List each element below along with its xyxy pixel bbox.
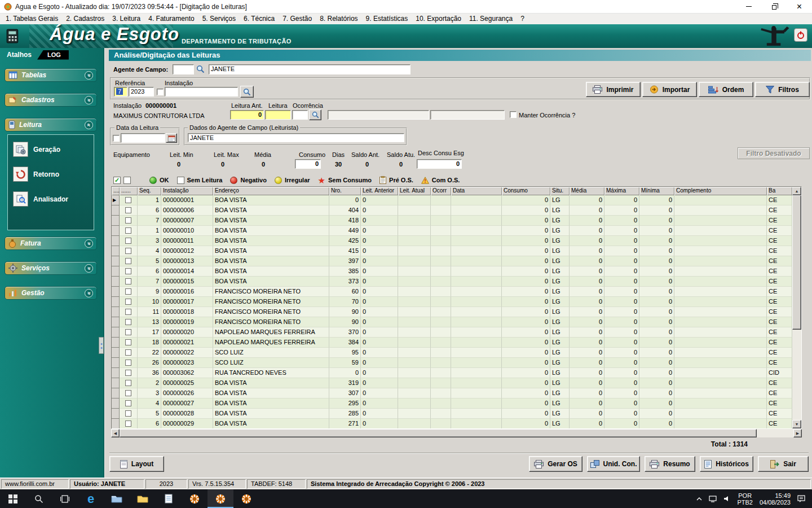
instalacao-search-button[interactable]	[240, 86, 254, 98]
table-row[interactable]: 6000000029BOA VISTA27100LG000CE	[112, 419, 792, 429]
table-row[interactable]: 13000000019FRANCISCO MOREIRA NETO9000LG0…	[112, 317, 792, 327]
sidebar-group-gestao[interactable]: Gestão «	[5, 286, 97, 300]
desc-consu-input[interactable]: 0	[417, 159, 462, 169]
log-tab[interactable]: LOG	[37, 50, 69, 60]
hscrollbar-track[interactable]	[120, 429, 793, 437]
taskbar-search-icon[interactable]	[26, 489, 52, 508]
row-checkbox[interactable]	[125, 238, 131, 244]
table-row[interactable]: 26000000023SCO LUIZ5900LG000CE	[112, 358, 792, 368]
column-header[interactable]: Endereço	[213, 187, 329, 195]
taskbar-app-explorer[interactable]	[104, 489, 130, 508]
sidebar-item-retorno[interactable]: Retorno	[13, 167, 89, 182]
row-checkbox[interactable]	[125, 268, 131, 274]
scroll-up-button[interactable]: ▲	[792, 187, 801, 195]
filtros-button[interactable]: Filtros	[755, 82, 810, 97]
tray-monitor-icon[interactable]	[709, 496, 717, 502]
gerar-os-button[interactable]: Gerar OS	[529, 456, 582, 472]
row-checkbox[interactable]	[125, 349, 131, 356]
deselect-all-icon[interactable]	[123, 177, 131, 184]
menu-item-tabelas-gerais[interactable]: 1. Tabelas Gerais	[2, 14, 63, 24]
menu-item-gestao[interactable]: 7. Gestão	[279, 14, 316, 24]
referencia-ano-input[interactable]: 2023	[129, 87, 154, 97]
filtro-desativado-button[interactable]: Filtro Desativado	[738, 147, 810, 159]
unid-con-button[interactable]: Unid. Con.	[587, 456, 640, 472]
row-checkbox[interactable]	[125, 258, 131, 264]
column-header[interactable]: Mínima	[639, 187, 674, 195]
data-leitura-checkbox[interactable]	[113, 135, 120, 142]
column-header[interactable]: Leit. Anterior	[361, 187, 398, 195]
ordem-button[interactable]: Ordem	[699, 82, 753, 97]
row-checkbox[interactable]	[125, 197, 131, 203]
restore-button[interactable]	[761, 0, 787, 14]
agente-codigo-input[interactable]	[173, 64, 194, 75]
row-checkbox[interactable]	[125, 309, 131, 315]
menu-item-exportacao[interactable]: 10. Exportação	[412, 14, 466, 24]
column-header[interactable]: Complemento	[674, 187, 767, 195]
menu-item-servicos[interactable]: 5. Serviços	[199, 14, 240, 24]
row-checkbox[interactable]	[125, 400, 131, 406]
taskbar-app-fiorilli-2[interactable]	[208, 489, 233, 508]
row-checkbox[interactable]	[125, 278, 131, 284]
table-row[interactable]: 6000000014BOA VISTA38500LG000CE	[112, 266, 792, 277]
power-button[interactable]	[794, 28, 807, 42]
column-header[interactable]: Data	[451, 187, 502, 195]
taskbar-app-fiorilli-1[interactable]	[182, 489, 208, 508]
table-row[interactable]: 36000003062RUA TANCREDO NEVES000LG000CID	[112, 368, 792, 378]
table-row[interactable]: 4000000027BOA VISTA29500LG000CE	[112, 398, 792, 409]
table-row[interactable]: 7000000015BOA VISTA37300LG000CE	[112, 277, 792, 287]
row-checkbox[interactable]	[125, 319, 131, 325]
row-checkbox[interactable]	[125, 217, 131, 224]
start-button[interactable]	[0, 489, 26, 508]
historicos-button[interactable]: Históricos	[700, 456, 753, 472]
scroll-left-button[interactable]: ◀	[111, 429, 120, 437]
row-checkbox[interactable]	[125, 288, 131, 295]
horizontal-scrollbar[interactable]: ◀ ▶	[111, 429, 802, 437]
scroll-right-button[interactable]: ▶	[793, 429, 802, 437]
instalacao-input[interactable]	[165, 87, 238, 97]
column-header[interactable]: Nro.	[329, 187, 361, 195]
menu-item-relatorios[interactable]: 8. Relatórios	[316, 14, 362, 24]
sidebar-group-cadastros[interactable]: Cadastros «	[5, 93, 97, 107]
select-all-icon[interactable]: ✓	[113, 177, 121, 184]
sidebar-group-fatura[interactable]: Fatura «	[5, 237, 97, 250]
tray-chevron-icon[interactable]	[696, 497, 702, 501]
vertical-scrollbar[interactable]: ▲ ▼	[792, 187, 801, 428]
tray-volume-icon[interactable]	[723, 496, 730, 502]
column-header[interactable]: Instalação	[161, 187, 213, 195]
search-icon[interactable]	[196, 65, 205, 73]
table-row[interactable]: ▶1000000001BOA VISTA000LG000CE	[112, 195, 792, 205]
sidebar-group-leitura[interactable]: Leitura «	[5, 118, 97, 132]
menu-item-faturamento[interactable]: 4. Faturamento	[145, 14, 198, 24]
row-checkbox[interactable]	[125, 410, 131, 417]
sidebar-item-geracao[interactable]: Geração	[13, 142, 89, 157]
ocorrencia-codigo-input[interactable]	[292, 110, 308, 120]
layout-button[interactable]: Layout	[109, 456, 164, 472]
row-checkbox[interactable]	[125, 421, 131, 427]
column-header[interactable]: Ba	[767, 187, 792, 195]
table-row[interactable]: 3000000026BOA VISTA30700LG000CE	[112, 388, 792, 398]
row-checkbox[interactable]	[125, 329, 131, 335]
leiturista-input[interactable]: JANETE	[188, 133, 404, 142]
ocorrencia-search-button[interactable]	[309, 110, 321, 120]
sidebar-item-analisador[interactable]: Analisador	[13, 191, 89, 207]
row-checkbox[interactable]	[125, 380, 131, 386]
menu-item-help[interactable]: ?	[517, 14, 529, 24]
importar-button[interactable]: Importar	[642, 82, 697, 97]
column-header[interactable]: Consumo	[502, 187, 550, 195]
menu-item-tecnica[interactable]: 6. Técnica	[240, 14, 279, 24]
column-header[interactable]: Seq.	[138, 187, 161, 195]
taskbar-app-folder[interactable]	[130, 489, 156, 508]
table-row[interactable]: 5000000013BOA VISTA39700LG000CE	[112, 256, 792, 266]
row-checkbox[interactable]	[125, 299, 131, 305]
column-header[interactable]: Máxima	[604, 187, 639, 195]
calendar-button[interactable]	[166, 133, 177, 143]
menu-item-leitura[interactable]: 3. Leitura	[109, 14, 145, 24]
table-row[interactable]: 9000000016FRANCISCO MOREIRA NETO6000LG00…	[112, 287, 792, 297]
minimize-button[interactable]	[736, 0, 761, 14]
tray-language[interactable]: POR PTB2	[737, 492, 753, 506]
hscrollbar-thumb[interactable]	[120, 429, 757, 437]
imprimir-button[interactable]: Imprimir	[586, 82, 641, 97]
row-checkbox[interactable]	[125, 370, 131, 376]
sidebar-collapse-handle[interactable]: ◂◂	[99, 337, 104, 354]
data-leitura-input[interactable]	[121, 133, 165, 143]
